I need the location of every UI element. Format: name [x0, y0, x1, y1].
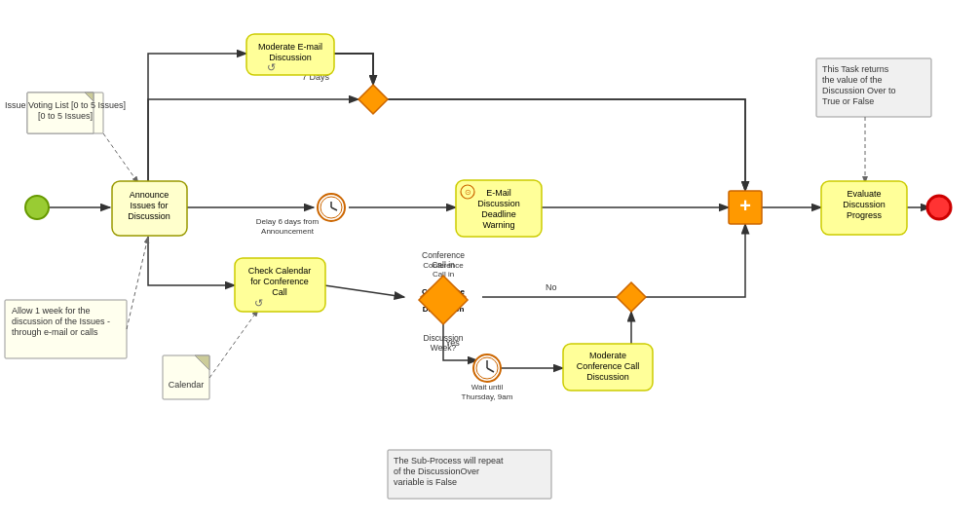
flow-moderate-to-diamond — [334, 54, 373, 85]
svg-text:of the DiscussionOver: of the DiscussionOver — [394, 466, 479, 476]
svg-text:↺: ↺ — [267, 61, 276, 73]
task-moderate-email[interactable]: Moderate E-mail Discussion ↺ — [246, 34, 334, 75]
svg-text:Conference: Conference — [422, 250, 465, 260]
svg-text:Discussion: Discussion — [269, 53, 312, 62]
task-email-deadline[interactable]: ⊙ E-Mail Discussion Deadline Warning — [456, 180, 542, 237]
svg-text:Discussion Over to: Discussion Over to — [822, 86, 896, 95]
svg-text:Progress: Progress — [847, 210, 883, 220]
svg-text:for Conference: for Conference — [250, 277, 309, 286]
svg-text:[0 to 5 Issues]: [0 to 5 Issues] — [38, 111, 93, 121]
svg-text:the value of the: the value of the — [822, 75, 883, 85]
svg-text:True or False: True or False — [822, 96, 874, 106]
svg-text:Call: Call — [272, 287, 287, 297]
svg-marker-76 — [419, 276, 468, 324]
svg-text:Conference Call: Conference Call — [577, 361, 640, 371]
intermediate-delay: Delay 6 days from Announcement — [256, 194, 345, 236]
svg-text:Wait until: Wait until — [471, 383, 504, 392]
flow-announce-check-cal — [148, 237, 235, 285]
annotation-returns-value: This Task returns the value of the Discu… — [816, 58, 931, 117]
task-check-calendar[interactable]: Check Calendar for Conference Call ↺ — [235, 258, 325, 312]
flow-check-to-conf — [324, 285, 404, 297]
svg-point-75 — [927, 196, 951, 219]
annotation-issue-text: Issue Voting List [0 to 5 Issues] — [5, 100, 126, 110]
svg-text:Moderate: Moderate — [589, 351, 626, 360]
annotation-issue-list: Issue Voting List [0 to 5 Issues] [0 to … — [5, 93, 126, 133]
annotation-sub-process: The Sub-Process will repeat of the Discu… — [388, 450, 551, 499]
svg-text:Discussion: Discussion — [843, 200, 886, 209]
svg-text:through e-mail or calls: through e-mail or calls — [12, 327, 98, 337]
svg-text:Warning: Warning — [482, 220, 514, 230]
gateway-no-diamond — [617, 282, 646, 312]
intermediate-wait: Wait until Thursday, 9am — [462, 354, 513, 401]
svg-text:The Sub-Process will repeat: The Sub-Process will repeat — [394, 456, 504, 466]
svg-text:Discussion: Discussion — [423, 333, 463, 343]
svg-text:discussion of the Issues -: discussion of the Issues - — [12, 317, 110, 326]
svg-text:Allow 1 week for the: Allow 1 week for the — [12, 306, 91, 316]
svg-text:↺: ↺ — [254, 297, 263, 309]
flow-announce-top-gw — [148, 99, 358, 183]
svg-marker-52 — [358, 85, 388, 114]
svg-text:Evaluate: Evaluate — [847, 189, 881, 199]
svg-text:Issues for: Issues for — [130, 201, 168, 210]
svg-text:Discussion: Discussion — [477, 199, 520, 208]
task-announce[interactable]: Announce Issues for Discussion — [112, 181, 187, 236]
task-evaluate[interactable]: Evaluate Discussion Progress — [821, 181, 907, 235]
dashed-cal-check — [209, 310, 258, 378]
svg-text:Thursday, 9am: Thursday, 9am — [462, 392, 513, 401]
label-no: No — [546, 282, 557, 292]
svg-text:Announcement: Announcement — [261, 227, 315, 236]
gateway-top-diamond — [358, 85, 388, 114]
svg-text:Announce: Announce — [130, 190, 170, 200]
svg-text:Discussion: Discussion — [128, 211, 170, 221]
svg-text:Delay 6 days from: Delay 6 days from — [256, 217, 320, 226]
flow-up-to-moderate — [148, 54, 246, 183]
svg-text:Week?: Week? — [431, 343, 457, 353]
annotation-allow-week: Allow 1 week for the discussion of the I… — [5, 300, 127, 358]
svg-text:Deadline: Deadline — [481, 209, 516, 219]
svg-text:E-Mail: E-Mail — [486, 188, 511, 198]
diagram-container: Issue Voting List [0 to 5 Issues] [0 to … — [0, 0, 980, 522]
task-moderate-call[interactable]: Moderate Conference Call Discussion — [563, 344, 653, 391]
svg-text:variable is False: variable is False — [394, 477, 457, 487]
svg-text:⊙: ⊙ — [465, 188, 471, 197]
flow-no-to-parallel — [646, 224, 745, 297]
svg-text:Check Calendar: Check Calendar — [248, 266, 312, 276]
bpmn-diagram: Issue Voting List [0 to 5 Issues] [0 to … — [0, 0, 980, 522]
svg-text:This Task returns: This Task returns — [822, 64, 889, 74]
end-event — [927, 196, 951, 219]
gateway-parallel: + — [729, 191, 762, 224]
svg-text:Calendar: Calendar — [169, 380, 205, 390]
flow-diamond-to-parallel — [388, 99, 745, 191]
svg-marker-59 — [617, 282, 646, 312]
svg-text:+: + — [739, 195, 751, 216]
start-event — [25, 196, 49, 219]
dashed-allow-announce — [127, 237, 148, 329]
svg-text:Call in: Call in — [432, 260, 455, 270]
svg-point-74 — [25, 196, 49, 219]
dashed-issue-announce — [103, 133, 138, 183]
svg-text:Moderate E-mail: Moderate E-mail — [258, 42, 322, 52]
svg-text:Discussion: Discussion — [586, 372, 629, 382]
artifact-calendar: Calendar — [163, 355, 209, 399]
flow-topgw-parallel — [388, 99, 745, 191]
